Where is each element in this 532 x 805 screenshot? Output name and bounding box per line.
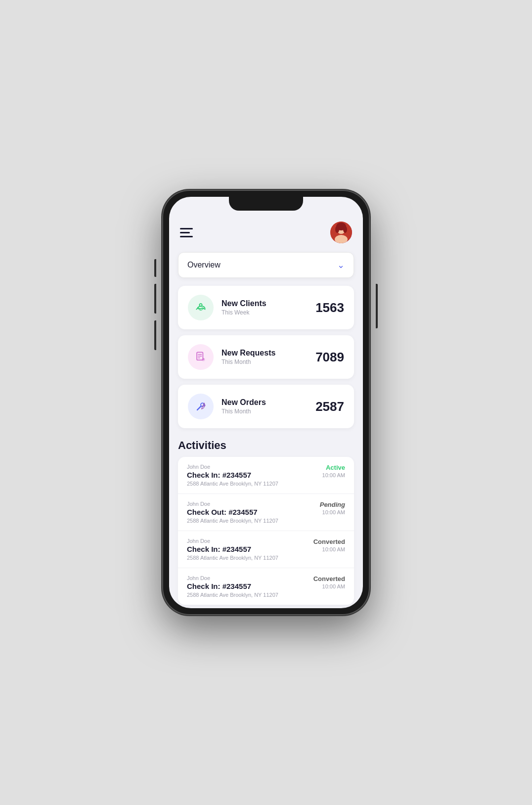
document-edit-icon (194, 350, 208, 364)
activity-right: Converted 10:00 AM (313, 538, 345, 552)
activity-item[interactable]: John Doe Check In: #234557 2588 Atlantic… (178, 457, 354, 494)
stat-subtitle-orders: This Month (222, 408, 308, 415)
power-button (376, 284, 378, 328)
mute-button (154, 259, 156, 277)
activity-left: John Doe Check In: #234557 2588 Atlantic… (187, 464, 317, 487)
activity-left: John Doe Check In: #234557 2588 Atlantic… (187, 538, 309, 561)
stat-card-orders[interactable]: New Orders This Month 2587 (178, 385, 354, 428)
activity-person: John Doe (187, 575, 309, 581)
svg-point-6 (343, 226, 347, 233)
activity-time: 10:00 AM (322, 472, 345, 478)
hamburger-line-3 (180, 236, 193, 237)
stat-value-orders: 2587 (315, 399, 344, 414)
activity-action: Check Out: #234557 (187, 508, 315, 516)
app-content: Overview ⌄ (169, 197, 363, 608)
volume-down-button (154, 320, 156, 350)
stat-card-requests[interactable]: New Requests This Month 7089 (178, 335, 354, 379)
activity-action: Check In: #234557 (187, 582, 309, 590)
stat-value-clients: 1563 (315, 300, 344, 315)
stat-value-requests: 7089 (315, 350, 344, 365)
svg-point-5 (335, 226, 339, 233)
activity-action: Check In: #234557 (187, 545, 309, 553)
activity-item[interactable]: John Doe Check In: #234557 2588 Atlantic… (178, 531, 354, 568)
pagination-dots (169, 605, 363, 608)
stat-card-clients[interactable]: New Clients This Week 1563 (178, 286, 354, 329)
stat-info-orders: New Orders This Month (222, 398, 308, 415)
stat-subtitle-requests: This Month (222, 358, 308, 365)
activity-person: John Doe (187, 538, 309, 544)
phone-wrapper: Overview ⌄ (162, 190, 370, 615)
activity-status: Active (322, 464, 345, 471)
new-clients-icon-circle (188, 295, 214, 320)
avatar-image (330, 222, 352, 243)
activity-right: Active 10:00 AM (322, 464, 345, 478)
activities-section: Activities John Doe Check In: #234557 25… (169, 428, 363, 605)
activity-status: Pending (320, 501, 345, 508)
activity-item[interactable]: John Doe Check Out: #234557 2588 Atlanti… (178, 494, 354, 531)
activity-address: 2588 Atlantic Ave Brooklyn, NY 11207 (187, 592, 309, 598)
activity-person: John Doe (187, 501, 315, 507)
tools-icon (194, 400, 208, 413)
activity-right: Converted 10:00 AM (313, 575, 345, 589)
activity-status: Converted (313, 538, 345, 545)
stat-info-clients: New Clients This Week (222, 299, 308, 316)
dropdown-label: Overview (187, 261, 221, 269)
activity-time: 10:00 AM (313, 546, 345, 552)
activities-title: Activities (178, 439, 354, 452)
chevron-down-icon: ⌄ (337, 260, 345, 270)
stat-subtitle-clients: This Week (222, 309, 308, 316)
activity-person: John Doe (187, 464, 317, 470)
activity-item[interactable]: John Doe Check In: #234557 2588 Atlantic… (178, 568, 354, 605)
stat-info-requests: New Requests This Month (222, 349, 308, 365)
hamburger-line-1 (180, 228, 193, 229)
activity-left: John Doe Check In: #234557 2588 Atlantic… (187, 575, 309, 598)
activity-time: 10:00 AM (320, 509, 345, 515)
activities-list: John Doe Check In: #234557 2588 Atlantic… (178, 457, 354, 605)
stat-title-requests: New Requests (222, 349, 308, 358)
activity-address: 2588 Atlantic Ave Brooklyn, NY 11207 (187, 518, 315, 524)
phone-screen: Overview ⌄ (169, 197, 363, 608)
activity-address: 2588 Atlantic Ave Brooklyn, NY 11207 (187, 555, 309, 561)
hamburger-line-2 (180, 232, 190, 233)
phone-frame: Overview ⌄ (162, 190, 370, 615)
activity-status: Converted (313, 575, 345, 582)
activity-right: Pending 10:00 AM (320, 501, 345, 515)
stat-title-orders: New Orders (222, 398, 308, 407)
hamburger-menu-button[interactable] (180, 228, 193, 237)
handshake-icon (194, 301, 208, 314)
avatar[interactable] (330, 222, 352, 243)
stat-title-clients: New Clients (222, 299, 308, 308)
stats-section: New Clients This Week 1563 (169, 286, 363, 428)
activity-time: 10:00 AM (313, 583, 345, 589)
dropdown-container: Overview ⌄ (169, 252, 363, 286)
header (169, 215, 363, 252)
overview-dropdown[interactable]: Overview ⌄ (178, 252, 354, 278)
new-orders-icon-circle (188, 394, 214, 419)
volume-up-button (154, 284, 156, 313)
activity-left: John Doe Check Out: #234557 2588 Atlanti… (187, 501, 315, 524)
new-requests-icon-circle (188, 344, 214, 370)
svg-point-7 (199, 304, 202, 306)
activity-action: Check In: #234557 (187, 471, 317, 479)
notch (229, 197, 303, 211)
activity-address: 2588 Atlantic Ave Brooklyn, NY 11207 (187, 481, 317, 487)
